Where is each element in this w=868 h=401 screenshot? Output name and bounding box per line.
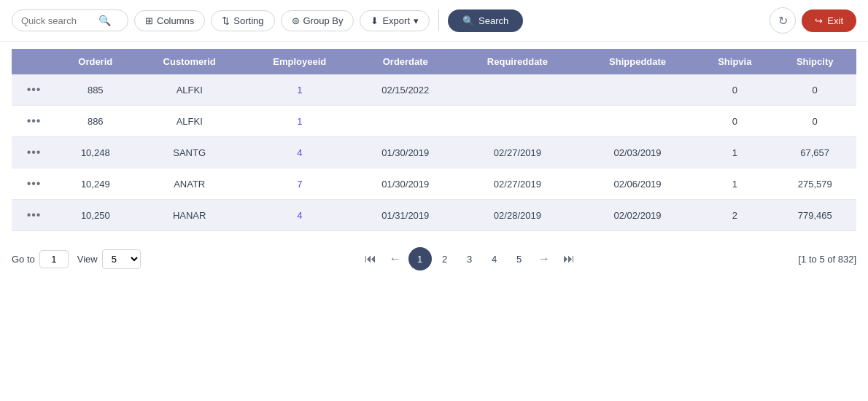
cell-employeeid: 7	[244, 168, 355, 200]
columns-label: Columns	[157, 15, 194, 26]
table-row: •••10,248SANTG401/30/201902/27/201902/03…	[12, 137, 856, 168]
table-container: Orderid Customerid Employeeid Orderdate …	[0, 42, 868, 231]
cell-orderid: 10,248	[56, 137, 134, 168]
search-icon-sm: 🔍	[98, 15, 111, 26]
page-1-button[interactable]: 1	[408, 247, 432, 270]
export-icon: ⬇	[371, 15, 379, 26]
cell-orderid: 10,249	[56, 168, 134, 200]
page-5-button[interactable]: 5	[508, 247, 531, 270]
row-actions-button[interactable]: •••	[27, 177, 42, 190]
cell-shipvia: 1	[696, 137, 773, 168]
groupby-label: Group By	[303, 15, 344, 26]
exit-button[interactable]: ↪ Exit	[802, 9, 856, 32]
quick-search-box[interactable]: 🔍	[12, 9, 128, 31]
cell-customerid: SANTG	[134, 137, 244, 168]
cell-shipcity: 0	[773, 106, 856, 137]
groupby-button[interactable]: ⊜ Group By	[281, 10, 354, 31]
row-actions-button[interactable]: •••	[27, 209, 42, 222]
refresh-button[interactable]: ↻	[770, 7, 796, 34]
cell-customerid: ALFKI	[134, 74, 244, 106]
goto-label: Go to	[12, 254, 35, 265]
cell-requireddate	[456, 74, 579, 106]
pagination: Go to View 5102050 ⏮ ← 1 2 3 4 5 → ⏭ [1 …	[0, 237, 868, 281]
cell-orderdate	[355, 106, 456, 137]
col-header-actions	[12, 49, 56, 74]
search-main-button[interactable]: 🔍 Search	[448, 9, 523, 32]
col-header-orderid: Orderid	[56, 49, 134, 74]
sorting-button[interactable]: ⇅ Sorting	[211, 10, 274, 31]
exit-label: Exit	[827, 15, 843, 26]
cell-orderdate: 01/30/2019	[355, 168, 456, 200]
goto-input[interactable]	[39, 250, 69, 268]
cell-customerid: HANAR	[134, 200, 244, 231]
groupby-icon: ⊜	[292, 15, 300, 26]
refresh-icon: ↻	[778, 14, 788, 28]
col-header-shipvia: Shipvia	[696, 49, 773, 74]
cell-requireddate: 02/27/2019	[456, 137, 579, 168]
search-input[interactable]	[21, 15, 94, 26]
export-button[interactable]: ⬇ Export ▾	[360, 10, 430, 31]
cell-shipcity: 0	[773, 74, 856, 106]
sorting-icon: ⇅	[222, 15, 230, 26]
cell-requireddate	[456, 106, 579, 137]
row-actions-button[interactable]: •••	[27, 146, 42, 159]
cell-employeeid: 4	[244, 200, 355, 231]
cell-shipvia: 1	[696, 168, 773, 200]
table-row: •••886ALFKI100	[12, 106, 856, 137]
col-header-requireddate: Requireddate	[456, 49, 579, 74]
cell-customerid: ALFKI	[134, 106, 244, 137]
cell-shipcity: 275,579	[773, 168, 856, 200]
row-actions-button[interactable]: •••	[27, 83, 42, 96]
search-main-label: Search	[478, 15, 508, 26]
exit-icon: ↪	[815, 15, 823, 26]
table-row: •••885ALFKI102/15/202200	[12, 74, 856, 106]
cell-shipvia: 2	[696, 200, 773, 231]
col-header-orderdate: Orderdate	[355, 49, 456, 74]
cell-shippeddate: 02/06/2019	[579, 168, 696, 200]
sorting-label: Sorting	[233, 15, 263, 26]
export-label: Export	[382, 15, 410, 26]
cell-orderid: 10,250	[56, 200, 134, 231]
page-first-button[interactable]: ⏮	[359, 247, 382, 270]
cell-requireddate: 02/28/2019	[456, 200, 579, 231]
search-main-icon: 🔍	[462, 15, 474, 26]
cell-requireddate: 02/27/2019	[456, 168, 579, 200]
page-4-button[interactable]: 4	[483, 247, 506, 270]
page-nav: ⏮ ← 1 2 3 4 5 → ⏭	[359, 247, 581, 270]
cell-shipvia: 0	[696, 106, 773, 137]
cell-customerid: ANATR	[134, 168, 244, 200]
cell-orderdate: 01/30/2019	[355, 137, 456, 168]
table-row: •••10,250HANAR401/31/201902/28/201902/02…	[12, 200, 856, 231]
cell-shipcity: 779,465	[773, 200, 856, 231]
table-header-row: Orderid Customerid Employeeid Orderdate …	[12, 49, 856, 74]
export-chevron-icon: ▾	[414, 15, 419, 26]
cell-shippeddate: 02/02/2019	[579, 200, 696, 231]
col-header-customerid: Customerid	[134, 49, 244, 74]
view-select[interactable]: 5102050	[102, 249, 141, 269]
page-prev-button[interactable]: ←	[384, 247, 407, 270]
table-row: •••10,249ANATR701/30/201902/27/201902/06…	[12, 168, 856, 200]
data-table: Orderid Customerid Employeeid Orderdate …	[12, 49, 856, 231]
col-header-shippeddate: Shippeddate	[579, 49, 696, 74]
cell-shipcity: 67,657	[773, 137, 856, 168]
cell-shipvia: 0	[696, 74, 773, 106]
cell-orderdate: 02/15/2022	[355, 74, 456, 106]
page-next-button[interactable]: →	[532, 247, 556, 270]
cell-employeeid: 4	[244, 137, 355, 168]
cell-orderdate: 01/31/2019	[355, 200, 456, 231]
row-actions-button[interactable]: •••	[27, 114, 42, 128]
view-label: View	[77, 254, 98, 265]
cell-shippeddate	[579, 74, 696, 106]
toolbar-divider	[438, 9, 439, 31]
cell-shippeddate	[579, 106, 696, 137]
page-last-button[interactable]: ⏭	[557, 247, 581, 270]
page-2-button[interactable]: 2	[433, 247, 457, 270]
columns-button[interactable]: ⊞ Columns	[134, 10, 205, 31]
toolbar: 🔍 ⊞ Columns ⇅ Sorting ⊜ Group By ⬇ Expor…	[0, 0, 868, 42]
cell-orderid: 885	[56, 74, 134, 106]
page-3-button[interactable]: 3	[458, 247, 481, 270]
cell-employeeid: 1	[244, 74, 355, 106]
col-header-employeeid: Employeeid	[244, 49, 355, 74]
cell-orderid: 886	[56, 106, 134, 137]
cell-employeeid: 1	[244, 106, 355, 137]
